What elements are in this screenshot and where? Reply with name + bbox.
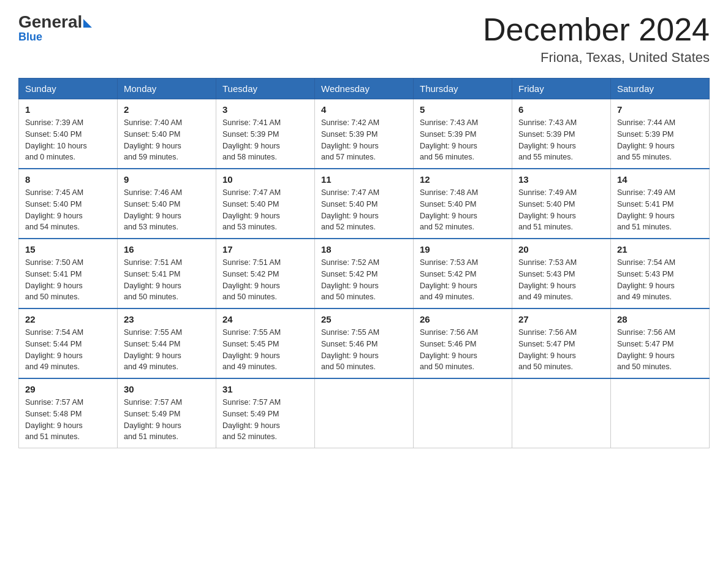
logo-text: General <box>18 12 93 32</box>
calendar-cell <box>611 378 710 448</box>
calendar-cell: 15Sunrise: 7:50 AMSunset: 5:41 PMDayligh… <box>19 239 118 308</box>
day-detail: Sunrise: 7:53 AMSunset: 5:42 PMDaylight:… <box>420 257 506 303</box>
calendar-week-row: 15Sunrise: 7:50 AMSunset: 5:41 PMDayligh… <box>19 239 710 308</box>
day-detail: Sunrise: 7:49 AMSunset: 5:40 PMDaylight:… <box>518 187 604 233</box>
col-header-wednesday: Wednesday <box>315 79 414 99</box>
day-number: 20 <box>518 244 604 255</box>
day-number: 18 <box>321 244 407 255</box>
logo: General Blue <box>18 12 93 44</box>
calendar-cell: 3Sunrise: 7:41 AMSunset: 5:39 PMDaylight… <box>216 99 315 169</box>
calendar-cell: 6Sunrise: 7:43 AMSunset: 5:39 PMDaylight… <box>512 99 611 169</box>
day-detail: Sunrise: 7:47 AMSunset: 5:40 PMDaylight:… <box>321 187 407 233</box>
day-number: 12 <box>420 174 506 185</box>
day-number: 13 <box>518 174 604 185</box>
calendar-cell: 27Sunrise: 7:56 AMSunset: 5:47 PMDayligh… <box>512 308 611 378</box>
calendar-cell: 17Sunrise: 7:51 AMSunset: 5:42 PMDayligh… <box>216 239 315 308</box>
day-number: 11 <box>321 174 407 185</box>
calendar-week-row: 22Sunrise: 7:54 AMSunset: 5:44 PMDayligh… <box>19 308 710 378</box>
day-number: 19 <box>420 244 506 255</box>
title-area: December 2024 Friona, Texas, United Stat… <box>483 12 710 66</box>
day-number: 5 <box>420 104 506 115</box>
day-detail: Sunrise: 7:46 AMSunset: 5:40 PMDaylight:… <box>124 187 210 233</box>
day-detail: Sunrise: 7:45 AMSunset: 5:40 PMDaylight:… <box>25 187 111 233</box>
logo-arrow-icon <box>83 19 92 28</box>
day-detail: Sunrise: 7:40 AMSunset: 5:40 PMDaylight:… <box>124 117 210 163</box>
day-number: 16 <box>124 244 210 255</box>
day-detail: Sunrise: 7:53 AMSunset: 5:43 PMDaylight:… <box>518 257 604 303</box>
day-number: 26 <box>420 314 506 324</box>
day-detail: Sunrise: 7:57 AMSunset: 5:49 PMDaylight:… <box>222 397 308 443</box>
calendar-cell: 30Sunrise: 7:57 AMSunset: 5:49 PMDayligh… <box>118 378 216 448</box>
calendar-week-row: 29Sunrise: 7:57 AMSunset: 5:48 PMDayligh… <box>19 378 710 448</box>
day-detail: Sunrise: 7:49 AMSunset: 5:41 PMDaylight:… <box>617 187 703 233</box>
calendar-cell: 23Sunrise: 7:55 AMSunset: 5:44 PMDayligh… <box>118 308 216 378</box>
calendar-cell: 28Sunrise: 7:56 AMSunset: 5:47 PMDayligh… <box>611 308 710 378</box>
calendar-cell: 7Sunrise: 7:44 AMSunset: 5:39 PMDaylight… <box>611 99 710 169</box>
day-number: 2 <box>124 104 210 115</box>
calendar-cell: 11Sunrise: 7:47 AMSunset: 5:40 PMDayligh… <box>315 169 414 239</box>
calendar-cell <box>414 378 512 448</box>
logo-blue: Blue <box>18 31 42 44</box>
calendar-cell: 5Sunrise: 7:43 AMSunset: 5:39 PMDaylight… <box>414 99 512 169</box>
col-header-sunday: Sunday <box>19 79 118 99</box>
day-detail: Sunrise: 7:41 AMSunset: 5:39 PMDaylight:… <box>222 117 308 163</box>
calendar-cell: 12Sunrise: 7:48 AMSunset: 5:40 PMDayligh… <box>414 169 512 239</box>
day-number: 1 <box>25 104 111 115</box>
day-detail: Sunrise: 7:43 AMSunset: 5:39 PMDaylight:… <box>420 117 506 163</box>
col-header-friday: Friday <box>512 79 611 99</box>
day-number: 31 <box>222 384 308 394</box>
calendar-cell: 21Sunrise: 7:54 AMSunset: 5:43 PMDayligh… <box>611 239 710 308</box>
calendar-cell <box>512 378 611 448</box>
calendar-cell: 14Sunrise: 7:49 AMSunset: 5:41 PMDayligh… <box>611 169 710 239</box>
day-detail: Sunrise: 7:55 AMSunset: 5:46 PMDaylight:… <box>321 327 407 373</box>
calendar-cell: 19Sunrise: 7:53 AMSunset: 5:42 PMDayligh… <box>414 239 512 308</box>
calendar-cell: 1Sunrise: 7:39 AMSunset: 5:40 PMDaylight… <box>19 99 118 169</box>
calendar-cell: 22Sunrise: 7:54 AMSunset: 5:44 PMDayligh… <box>19 308 118 378</box>
day-number: 29 <box>25 384 111 394</box>
day-detail: Sunrise: 7:57 AMSunset: 5:48 PMDaylight:… <box>25 397 111 443</box>
day-number: 28 <box>617 314 703 324</box>
logo-general: General <box>18 12 82 32</box>
day-number: 6 <box>518 104 604 115</box>
day-detail: Sunrise: 7:54 AMSunset: 5:43 PMDaylight:… <box>617 257 703 303</box>
day-detail: Sunrise: 7:52 AMSunset: 5:42 PMDaylight:… <box>321 257 407 303</box>
day-number: 3 <box>222 104 308 115</box>
day-detail: Sunrise: 7:55 AMSunset: 5:45 PMDaylight:… <box>222 327 308 373</box>
day-number: 9 <box>124 174 210 185</box>
day-number: 8 <box>25 174 111 185</box>
day-detail: Sunrise: 7:47 AMSunset: 5:40 PMDaylight:… <box>222 187 308 233</box>
day-number: 7 <box>617 104 703 115</box>
day-number: 15 <box>25 244 111 255</box>
day-detail: Sunrise: 7:42 AMSunset: 5:39 PMDaylight:… <box>321 117 407 163</box>
day-detail: Sunrise: 7:50 AMSunset: 5:41 PMDaylight:… <box>25 257 111 303</box>
page-title: December 2024 <box>483 12 710 47</box>
day-detail: Sunrise: 7:51 AMSunset: 5:41 PMDaylight:… <box>124 257 210 303</box>
day-detail: Sunrise: 7:48 AMSunset: 5:40 PMDaylight:… <box>420 187 506 233</box>
calendar-week-row: 8Sunrise: 7:45 AMSunset: 5:40 PMDaylight… <box>19 169 710 239</box>
day-detail: Sunrise: 7:56 AMSunset: 5:47 PMDaylight:… <box>617 327 703 373</box>
day-detail: Sunrise: 7:43 AMSunset: 5:39 PMDaylight:… <box>518 117 604 163</box>
calendar-cell: 26Sunrise: 7:56 AMSunset: 5:46 PMDayligh… <box>414 308 512 378</box>
day-detail: Sunrise: 7:54 AMSunset: 5:44 PMDaylight:… <box>25 327 111 373</box>
day-number: 17 <box>222 244 308 255</box>
day-number: 10 <box>222 174 308 185</box>
calendar-cell: 8Sunrise: 7:45 AMSunset: 5:40 PMDaylight… <box>19 169 118 239</box>
day-detail: Sunrise: 7:44 AMSunset: 5:39 PMDaylight:… <box>617 117 703 163</box>
calendar-cell <box>315 378 414 448</box>
calendar-cell: 2Sunrise: 7:40 AMSunset: 5:40 PMDaylight… <box>118 99 216 169</box>
day-detail: Sunrise: 7:51 AMSunset: 5:42 PMDaylight:… <box>222 257 308 303</box>
day-detail: Sunrise: 7:57 AMSunset: 5:49 PMDaylight:… <box>124 397 210 443</box>
page-subtitle: Friona, Texas, United States <box>483 50 710 66</box>
day-detail: Sunrise: 7:56 AMSunset: 5:46 PMDaylight:… <box>420 327 506 373</box>
day-detail: Sunrise: 7:39 AMSunset: 5:40 PMDaylight:… <box>25 117 111 163</box>
calendar-cell: 20Sunrise: 7:53 AMSunset: 5:43 PMDayligh… <box>512 239 611 308</box>
day-number: 22 <box>25 314 111 324</box>
calendar-cell: 13Sunrise: 7:49 AMSunset: 5:40 PMDayligh… <box>512 169 611 239</box>
col-header-tuesday: Tuesday <box>216 79 315 99</box>
calendar-cell: 29Sunrise: 7:57 AMSunset: 5:48 PMDayligh… <box>19 378 118 448</box>
page-header: General Blue December 2024 Friona, Texas… <box>18 12 710 66</box>
day-detail: Sunrise: 7:56 AMSunset: 5:47 PMDaylight:… <box>518 327 604 373</box>
calendar-cell: 4Sunrise: 7:42 AMSunset: 5:39 PMDaylight… <box>315 99 414 169</box>
calendar-cell: 25Sunrise: 7:55 AMSunset: 5:46 PMDayligh… <box>315 308 414 378</box>
calendar-cell: 9Sunrise: 7:46 AMSunset: 5:40 PMDaylight… <box>118 169 216 239</box>
